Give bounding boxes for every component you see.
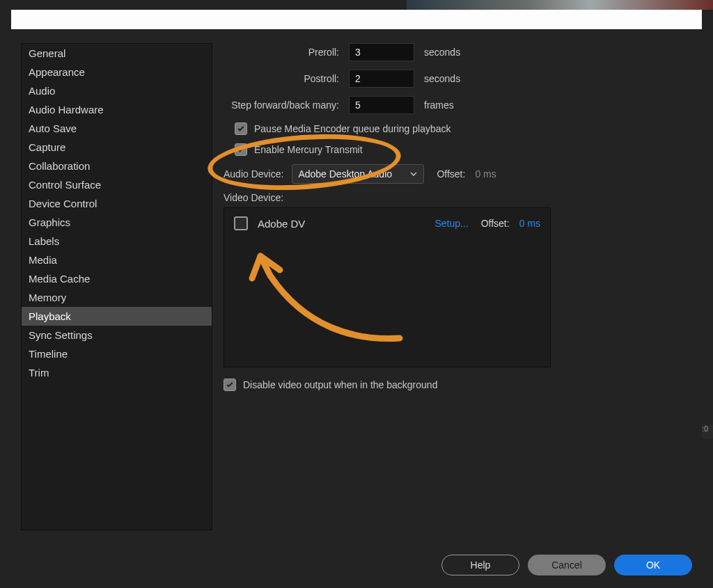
chevron-down-icon [409, 170, 418, 178]
audio-device-value: Adobe Desktop Audio [298, 168, 392, 180]
video-device-list: Adobe DV Setup... Offset: 0 ms [224, 207, 551, 367]
audio-offset-value[interactable]: 0 ms [475, 168, 496, 180]
help-button[interactable]: Help [441, 555, 519, 575]
adobe-dv-checkbox[interactable] [234, 216, 248, 230]
checkmark-icon [237, 145, 245, 154]
sidebar-item-device-control[interactable]: Device Control [22, 194, 212, 213]
preroll-input[interactable] [349, 43, 414, 61]
preroll-unit: seconds [424, 47, 460, 58]
sidebar-item-capture[interactable]: Capture [22, 138, 212, 157]
sidebar-item-media-cache[interactable]: Media Cache [22, 269, 212, 288]
pause-encoder-label: Pause Media Encoder queue during playbac… [254, 123, 451, 134]
sidebar-item-general[interactable]: General [22, 44, 212, 63]
disable-bg-checkbox[interactable] [224, 379, 236, 391]
sidebar-item-appearance[interactable]: Appearance [22, 63, 212, 81]
preferences-dialog: GeneralAppearanceAudioAudio HardwareAuto… [11, 29, 702, 588]
background-image-strip [407, 0, 713, 10]
sidebar-item-labels[interactable]: Labels [22, 232, 212, 251]
step-label: Step forward/back many: [224, 100, 349, 111]
postroll-row: Postroll: seconds [224, 70, 695, 88]
titlebar [11, 10, 702, 29]
audio-device-select[interactable]: Adobe Desktop Audio [292, 164, 424, 184]
sidebar-item-graphics[interactable]: Graphics [22, 213, 212, 232]
cancel-button[interactable]: Cancel [528, 555, 606, 575]
checkmark-icon [237, 125, 245, 133]
adobe-dv-label: Adobe DV [258, 218, 305, 230]
disable-bg-label: Disable video output when in the backgro… [243, 379, 437, 390]
sidebar-item-audio-hardware[interactable]: Audio Hardware [22, 100, 212, 119]
preroll-label: Preroll: [224, 47, 349, 58]
sidebar-item-playback[interactable]: Playback [22, 307, 212, 326]
pause-encoder-row: Pause Media Encoder queue during playbac… [235, 122, 695, 135]
checkmark-icon [226, 381, 234, 389]
postroll-label: Postroll: [224, 73, 349, 84]
sidebar-item-audio[interactable]: Audio [22, 81, 212, 100]
disable-bg-row: Disable video output when in the backgro… [224, 379, 695, 391]
sidebar-item-sync-settings[interactable]: Sync Settings [22, 326, 212, 344]
sidebar-item-memory[interactable]: Memory [22, 288, 212, 307]
sidebar-item-auto-save[interactable]: Auto Save [22, 119, 212, 138]
preferences-sidebar: GeneralAppearanceAudioAudio HardwareAuto… [21, 43, 212, 530]
adobe-dv-setup-link[interactable]: Setup... [434, 218, 468, 229]
step-row: Step forward/back many: frames [224, 96, 695, 114]
step-input[interactable] [349, 96, 414, 114]
pause-encoder-checkbox[interactable] [235, 122, 247, 135]
postroll-input[interactable] [349, 70, 414, 88]
audio-device-label: Audio Device: [224, 168, 283, 180]
ok-button[interactable]: OK [614, 555, 692, 575]
mercury-transmit-row: Enable Mercury Transmit [235, 143, 695, 156]
playback-panel: Preroll: seconds Postroll: seconds Step … [224, 43, 695, 539]
sidebar-item-media[interactable]: Media [22, 251, 212, 269]
audio-offset-label: Offset: [437, 168, 465, 180]
video-device-row: Adobe DV Setup... Offset: 0 ms [234, 216, 540, 230]
postroll-unit: seconds [424, 73, 460, 84]
background-timecode-fragment: :0 [702, 424, 713, 438]
audio-device-row: Audio Device: Adobe Desktop Audio Offset… [224, 164, 695, 184]
dialog-buttons: Help Cancel OK [441, 555, 692, 575]
preroll-row: Preroll: seconds [224, 43, 695, 61]
adobe-dv-offset-value[interactable]: 0 ms [519, 218, 540, 229]
mercury-transmit-checkbox[interactable] [235, 143, 247, 156]
video-device-label: Video Device: [224, 192, 283, 203]
sidebar-item-timeline[interactable]: Timeline [22, 344, 212, 363]
sidebar-item-trim[interactable]: Trim [22, 363, 212, 382]
adobe-dv-offset-label: Offset: [481, 218, 510, 229]
mercury-transmit-label: Enable Mercury Transmit [254, 144, 363, 155]
sidebar-item-collaboration[interactable]: Collaboration [22, 157, 212, 175]
step-unit: frames [424, 100, 454, 111]
sidebar-item-control-surface[interactable]: Control Surface [22, 175, 212, 194]
